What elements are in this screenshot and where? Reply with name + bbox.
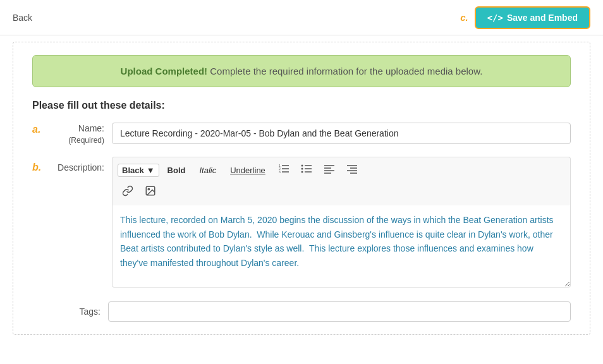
- svg-point-21: [148, 189, 149, 190]
- svg-point-8: [301, 171, 303, 173]
- image-button[interactable]: [140, 183, 161, 202]
- tags-field-row: Tags:: [32, 301, 571, 322]
- list-unordered-icon: [301, 164, 312, 174]
- svg-point-6: [301, 165, 303, 167]
- banner-bold: Upload Completed!: [121, 66, 208, 76]
- description-textarea[interactable]: [112, 205, 571, 288]
- svg-text:3: 3: [279, 170, 281, 174]
- main-content: Upload Completed! Complete the required …: [13, 42, 590, 335]
- step-label-b: b.: [32, 162, 51, 173]
- svg-point-7: [301, 168, 303, 170]
- image-icon: [145, 185, 156, 197]
- name-field-row: a. Name: (Required): [32, 123, 571, 145]
- link-icon: [122, 185, 133, 197]
- banner-text: Complete the required information for th…: [207, 66, 482, 76]
- save-embed-button[interactable]: </> Save and Embed: [475, 6, 590, 29]
- description-toolbar: Black ▼ Bold Italic Underline 1 2: [112, 157, 571, 205]
- tags-label: Tags:: [32, 306, 108, 317]
- save-embed-label: Save and Embed: [507, 13, 578, 23]
- back-link[interactable]: Back: [13, 13, 32, 23]
- ordered-list-button[interactable]: 1 2 3: [274, 161, 294, 179]
- color-label: Black: [122, 166, 144, 175]
- bold-button[interactable]: Bold: [162, 163, 192, 178]
- underline-button[interactable]: Underline: [224, 163, 271, 178]
- link-button[interactable]: [118, 183, 138, 202]
- section-title: Please fill out these details:: [32, 100, 571, 111]
- name-label: Name: (Required): [55, 123, 112, 145]
- align-right-icon: [346, 164, 358, 174]
- unordered-list-button[interactable]: [296, 161, 317, 179]
- success-banner: Upload Completed! Complete the required …: [32, 55, 571, 87]
- chevron-down-icon: ▼: [147, 166, 155, 175]
- description-field-row: b. Description: Black ▼ Bold Italic Unde…: [32, 157, 571, 290]
- description-editor: Black ▼ Bold Italic Underline 1 2: [112, 157, 571, 290]
- step-label-a: a.: [32, 124, 51, 135]
- required-label: (Required): [55, 135, 104, 146]
- align-right-button[interactable]: [342, 161, 362, 179]
- code-icon: </>: [487, 13, 503, 23]
- list-ordered-icon: 1 2 3: [278, 164, 289, 174]
- align-left-icon: [324, 164, 335, 174]
- header-actions: c. </> Save and Embed: [460, 6, 590, 29]
- tags-input[interactable]: [108, 301, 571, 322]
- description-label: Description:: [55, 157, 112, 174]
- page-header: Back c. </> Save and Embed: [0, 0, 603, 35]
- color-dropdown[interactable]: Black ▼: [118, 164, 159, 177]
- step-label-c: c.: [460, 12, 468, 23]
- align-left-button[interactable]: [319, 161, 339, 179]
- name-input[interactable]: [112, 123, 571, 144]
- italic-button[interactable]: Italic: [193, 163, 222, 178]
